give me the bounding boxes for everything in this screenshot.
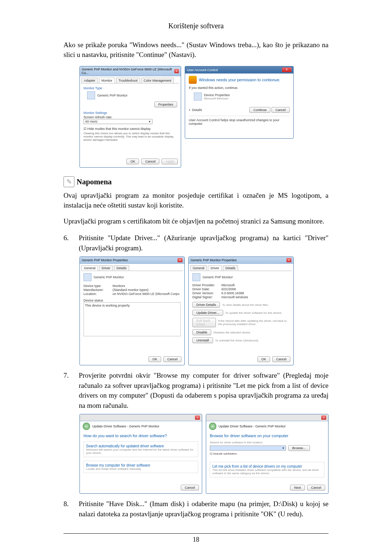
kv-key: Device type: [83,284,113,288]
tab-general[interactable]: General [81,265,98,271]
driver-details-button[interactable]: Driver Details [192,302,220,308]
step-text: Provjerite potvrdni okvir "Browse my com… [79,370,328,410]
window-update-driver-2: × ←Update Driver Software - Generic PnP … [206,414,328,494]
cancel-button[interactable]: Cancel [307,485,325,491]
uac-app-name: Device Properties [204,93,230,97]
tab-details[interactable]: Details [114,265,129,271]
window-monitor-properties: Generic PnP Monitor and NVIDIA GeForce 6… [79,66,181,168]
step-number: 7. [64,370,79,410]
btn-desc: Disables the selected device. [213,331,251,334]
tab-adapter[interactable]: Adapter [81,78,98,83]
window-update-driver-1: × ←Update Driver Software - Generic PnP … [79,414,202,494]
kv-key: Location: [83,292,113,296]
close-icon[interactable]: × [195,415,200,420]
shield-icon [189,76,197,84]
uac-headline: Windows needs your permission to contion… [199,78,280,82]
wizard-heading: How do you want to search for driver sof… [83,434,198,438]
step-6: 6. Pritisnite "Update Driver..." (Ažurir… [64,233,328,253]
refresh-rate-select[interactable]: 60 Hertz▾ [83,119,152,124]
option-title: Let me pick from a list of device driver… [212,464,322,468]
uninstall-button[interactable]: Uninstall [192,337,213,343]
tab-troubleshoot[interactable]: Troubleshoot [116,78,140,83]
properties-button[interactable]: Properties [154,102,177,107]
ok-button[interactable]: OK [257,356,270,362]
back-icon[interactable]: ← [83,423,90,430]
monitor-icon [83,273,91,281]
tab-details[interactable]: Details [223,265,238,271]
btn-desc: To view details about the driver files. [222,303,269,307]
uac-details[interactable]: Details [192,108,202,112]
section-title: Korištenje softvera [64,22,328,30]
tabs: Adapter Monitor Troubleshoot Color Manag… [81,78,179,83]
option-desc: Locate and install driver software manua… [86,467,196,471]
rollback-driver-button[interactable]: Roll Back Driver [192,318,216,327]
document-page: Korištenje softvera Ako se prikaže poruk… [0,0,392,554]
option-browse-computer[interactable]: Browse my computer for driver software L… [83,461,198,473]
wizard-breadcrumb: Update Driver Software - Generic PnP Mon… [219,424,286,428]
group-monitor-type: Monitor Type [83,86,177,90]
kv-key: Driver Version: [192,291,221,295]
window-uac: User Account Control× Windows needs your… [185,66,294,139]
option-title: Search automatically for updated driver … [86,444,196,448]
chevron-down-icon[interactable]: ▾ [189,108,191,112]
cancel-button[interactable]: Cancel [163,356,181,362]
close-icon[interactable]: × [177,258,183,262]
window-title: Generic PnP Monitor Properties [191,258,237,262]
note-title: Napomena [77,177,112,186]
cancel-button[interactable]: Cancel [271,107,290,113]
device-status-label: Device status [83,299,181,302]
browse-button[interactable]: Browse... [288,445,310,451]
tab-monitor[interactable]: Monitor [99,78,115,83]
option-desc: This list will show installed driver sof… [212,468,322,475]
close-icon[interactable]: × [286,258,291,262]
kv-key: Driver Provider: [192,283,221,287]
screenshot-row-3: × ←Update Driver Software - Generic PnP … [79,414,328,494]
tab-color-management[interactable]: Color Management [141,78,174,83]
ok-button[interactable]: OK [148,356,161,362]
chevron-down-icon: ▾ [149,120,151,123]
note-heading-row: ✎ Napomena [64,176,328,187]
footer-divider [64,533,328,534]
pencil-icon: ✎ [64,176,74,187]
tab-driver[interactable]: Driver [208,265,222,271]
ok-button[interactable]: OK [126,159,139,164]
next-button[interactable]: Next [290,485,305,491]
btn-desc: If the device fails after updating the d… [218,319,290,326]
tab-driver[interactable]: Driver [99,265,113,271]
option-title: Browse my computer for driver software [86,463,196,467]
window-device-general: Generic PnP Monitor Properties× General … [79,257,185,365]
option-auto-search[interactable]: Search automatically for updated driver … [83,442,198,457]
location-select[interactable]: ▾ [210,446,286,451]
wizard-breadcrumb: Update Driver Software - Generic PnP Mon… [92,424,159,428]
hide-modes-checkbox[interactable]: Hide modes that this monitor cannot disp… [83,127,177,131]
screenshot-row-2: Generic PnP Monitor Properties× General … [79,257,328,365]
continue-button[interactable]: Continue [249,107,270,113]
app-icon [194,93,202,100]
step-7: 7. Provjerite potvrdni okvir "Browse my … [64,370,328,410]
close-icon[interactable]: × [321,415,326,420]
paragraph-intro: Ako se prikaže poruka "Windows needs..."… [64,40,328,59]
note-paragraph-1: Ovaj upravljački program za monitor posj… [64,191,328,210]
include-subfolders-checkbox[interactable]: Include subfolders [210,452,324,455]
option-pick-from-list[interactable]: Let me pick from a list of device driver… [210,462,324,477]
step-text: Pritisnite "Have Disk..." (Imam disk) i … [79,499,328,519]
window-title: User Account Control [187,68,218,72]
device-name: Generic PnP Monitor [94,275,124,279]
cancel-button[interactable]: Cancel [181,485,199,491]
monitor-icon [192,273,200,281]
apply-button[interactable]: Apply [162,159,178,164]
close-icon[interactable]: × [282,67,291,72]
cancel-button[interactable]: Cancel [141,159,159,164]
cancel-button[interactable]: Cancel [272,356,290,362]
update-driver-button[interactable]: Update Driver... [192,310,223,316]
back-icon[interactable]: ← [209,423,216,430]
refresh-rate-label: Screen refresh rate: [83,115,177,119]
tab-general[interactable]: General [190,265,207,271]
close-icon[interactable]: × [174,69,179,73]
window-title: Generic PnP Monitor and NVIDIA GeForce 6… [82,67,174,75]
monitor-icon [87,91,95,99]
device-status-box: This device is working properly. [83,302,181,336]
disable-button[interactable]: Disable [192,329,211,335]
monitor-name: Generic PnP Monitor [97,94,127,97]
kv-val: 6.0.6000.16386 [221,291,244,295]
